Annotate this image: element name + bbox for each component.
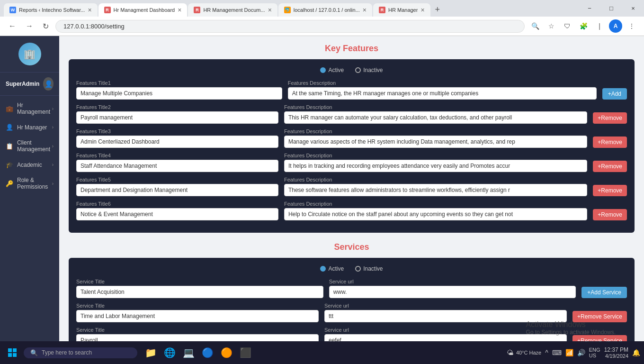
feature-title-input-4[interactable] — [76, 160, 278, 172]
feature-remove-button-6[interactable]: +Remove — [593, 209, 627, 220]
feature-row-3: Features Title3 Features Description +Re… — [76, 128, 627, 148]
tab-3-close[interactable]: × — [268, 6, 272, 14]
taskbar-edge[interactable]: 🌐 — [161, 344, 178, 361]
feature-desc-input-1[interactable] — [288, 87, 597, 100]
tab-4-close[interactable]: × — [363, 6, 367, 14]
feature-title-input-6[interactable] — [76, 208, 278, 220]
reload-button[interactable]: ↻ — [40, 21, 52, 32]
service-url-input-1[interactable] — [329, 286, 576, 298]
tab-3[interactable]: R HR Management Docum... × — [188, 3, 277, 17]
feature-title-input-1[interactable] — [76, 87, 282, 100]
feature-title-input-5[interactable] — [76, 184, 278, 196]
tab-2[interactable]: R Hr Managment Dashboard × — [98, 3, 188, 17]
extension-icon[interactable]: 🧩 — [577, 19, 590, 33]
service-title-input-1[interactable] — [76, 286, 323, 298]
tab-5[interactable]: R HR Manager × — [373, 3, 430, 17]
chevron-right-icon-2: › — [52, 125, 54, 130]
tab-3-title: HR Management Docum... — [203, 7, 265, 13]
menu-button[interactable]: ⋮ — [625, 19, 638, 33]
feature-title-group-6: Features Title6 — [76, 201, 278, 220]
close-button[interactable]: × — [622, 1, 644, 16]
active-label: Active — [328, 67, 344, 73]
content-area: Key Features Active Inactive F — [59, 36, 644, 362]
services-inactive-radio[interactable]: Inactive — [355, 265, 383, 272]
taskbar-chrome[interactable]: 🔵 — [199, 344, 216, 361]
inactive-radio-label[interactable]: Inactive — [355, 67, 383, 73]
tab-3-favicon: R — [194, 7, 200, 13]
tab-4[interactable]: 🐬 localhost / 127.0.0.1 / onlin... × — [278, 3, 372, 17]
services-active-radio[interactable]: Active — [320, 265, 344, 272]
sidebar-logo: 🏢 — [0, 36, 59, 73]
taskbar-search-placeholder: Type here to search — [42, 349, 92, 356]
feature-add-button-1[interactable]: +Add — [602, 88, 627, 100]
tab-bar: W Reports ‹ Intechno Softwar... × R Hr M… — [0, 0, 644, 17]
taskbar-vscode[interactable]: 💻 — [180, 344, 197, 361]
forward-button[interactable]: → — [23, 21, 36, 31]
back-button[interactable]: ← — [6, 21, 19, 31]
taskbar: 🔍 Type here to search 📁 🌐 💻 🔵 🟠 ⬛ 🌤 40°C… — [0, 341, 644, 364]
sidebar-item-academic[interactable]: 🎓 Academic › — [0, 157, 59, 173]
taskbar-search[interactable]: 🔍 Type here to search — [24, 347, 137, 358]
start-button[interactable] — [4, 344, 21, 361]
feature-desc-label-6: Features Description — [284, 201, 587, 207]
sidebar-item-role-permissions[interactable]: 🔑 Role & Permissions › — [0, 173, 59, 194]
tray-up-arrow[interactable]: ^ — [545, 349, 548, 356]
services-inactive-label: Inactive — [363, 265, 383, 272]
feature-row-1: Features Title1 Features Description +Ad… — [76, 80, 627, 100]
feature-desc-input-4[interactable] — [284, 160, 587, 172]
service-add-button-1[interactable]: +Add Service — [581, 287, 627, 298]
service-title-label-3: Service Title — [76, 327, 319, 333]
tab-1-close[interactable]: × — [88, 6, 91, 14]
sidebar-user: SuperAdmin 👤 — [0, 73, 59, 96]
feature-desc-input-5[interactable] — [284, 184, 587, 196]
taskbar-app-4[interactable]: 🟠 — [218, 344, 235, 361]
feature-remove-button-4[interactable]: +Remove — [593, 161, 627, 172]
feature-desc-input-3[interactable] — [284, 136, 587, 148]
activate-windows-subtitle: Go to Settings to activate Windows. — [526, 329, 616, 336]
url-input[interactable]: 127.0.0.1:8000/setting — [55, 20, 525, 33]
active-radio-label[interactable]: Active — [320, 67, 344, 73]
tray-keyboard-icon[interactable]: ⌨ — [552, 349, 562, 356]
feature-title-label-4: Features Title4 — [76, 153, 278, 158]
bookmark-icon[interactable]: ☆ — [545, 19, 558, 33]
sidebar-item-label-hr-manager: Hr Manager — [17, 124, 47, 131]
maximize-button[interactable]: □ — [600, 1, 622, 16]
tabs-container: W Reports ‹ Intechno Softwar... × R Hr M… — [0, 0, 579, 17]
taskbar-clock[interactable]: 12:37 PM 4/19/2024 — [604, 346, 628, 359]
tab-5-close[interactable]: × — [420, 6, 424, 14]
new-tab-button[interactable]: + — [431, 3, 444, 17]
feature-remove-button-5[interactable]: +Remove — [593, 185, 627, 196]
feature-remove-button-2[interactable]: +Remove — [593, 112, 627, 124]
feature-title-input-3[interactable] — [76, 136, 278, 148]
service-row-1: Service Title Service url +Add Service — [76, 279, 627, 298]
taskbar-terminal[interactable]: ⬛ — [237, 344, 254, 361]
tab-1[interactable]: W Reports ‹ Intechno Softwar... × — [4, 3, 98, 17]
tab-2-close[interactable]: × — [178, 6, 181, 14]
feature-title-group-3: Features Title3 — [76, 128, 278, 148]
chevron-right-icon-4: › — [52, 162, 54, 167]
feature-desc-input-6[interactable] — [284, 208, 587, 220]
service-title-input-2[interactable] — [76, 310, 319, 322]
feature-title-input-2[interactable] — [76, 111, 278, 124]
service-title-label-1: Service Title — [76, 279, 323, 284]
tray-sound-icon[interactable]: 🔊 — [577, 349, 585, 356]
sidebar-item-hr-management[interactable]: 💼 Hr Management › — [0, 98, 59, 119]
service-url-group-1: Service url — [329, 279, 576, 298]
notification-icon[interactable]: 🔔 — [632, 349, 640, 356]
tray-network-icon[interactable]: 📶 — [565, 349, 573, 356]
feature-title-group-5: Features Title5 — [76, 177, 278, 196]
minimize-button[interactable]: − — [579, 1, 600, 16]
user-profile-button[interactable]: A — [609, 19, 622, 33]
sidebar-item-client-management[interactable]: 📋 Client Management › — [0, 135, 59, 157]
services-inactive-dot — [355, 266, 361, 272]
feature-desc-group-2: Features Description — [284, 104, 587, 124]
feature-desc-group-1: Features Description — [288, 80, 597, 100]
username-label: SuperAdmin — [6, 81, 39, 87]
taskbar-file-explorer[interactable]: 📁 — [142, 344, 159, 361]
feature-remove-button-3[interactable]: +Remove — [593, 136, 627, 148]
sidebar-item-hr-manager[interactable]: 👤 Hr Manager › — [0, 119, 59, 135]
search-icon[interactable]: 🔍 — [528, 19, 542, 33]
service-title-group-1: Service Title — [76, 279, 323, 298]
feature-desc-input-2[interactable] — [284, 111, 587, 124]
sidebar-item-label-role-permissions: Role & Permissions — [17, 177, 52, 190]
